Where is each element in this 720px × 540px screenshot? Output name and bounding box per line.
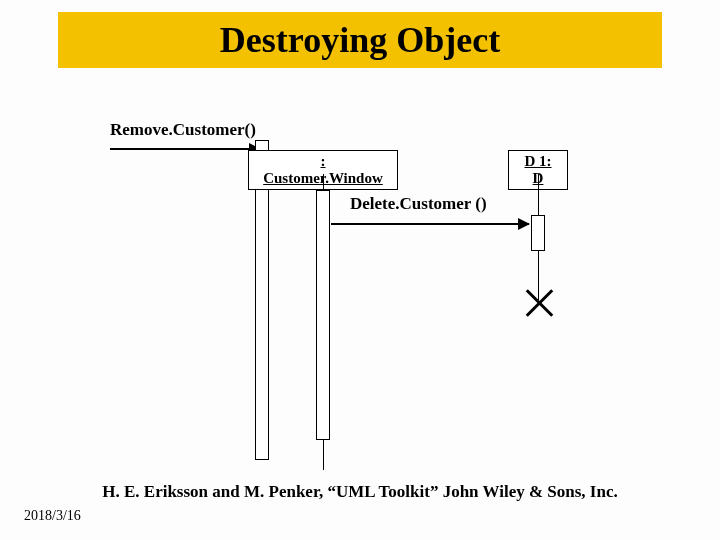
activation-d1	[531, 215, 545, 251]
slide-date: 2018/3/16	[24, 508, 81, 524]
message-remove-customer: Remove.Customer()	[110, 120, 256, 140]
title-bar: Destroying Object	[58, 12, 662, 68]
arrow-remove-customer	[110, 148, 260, 150]
arrow-delete-customer	[331, 223, 529, 225]
activation-customer-window	[316, 190, 330, 440]
citation-text: H. E. Eriksson and M. Penker, “UML Toolk…	[0, 482, 720, 502]
message-delete-customer: Delete.Customer ()	[350, 194, 487, 214]
destroy-marker	[524, 288, 554, 318]
sequence-diagram: Remove.Customer() : Customer.Window D 1:…	[0, 100, 720, 480]
slide-title: Destroying Object	[220, 19, 500, 61]
